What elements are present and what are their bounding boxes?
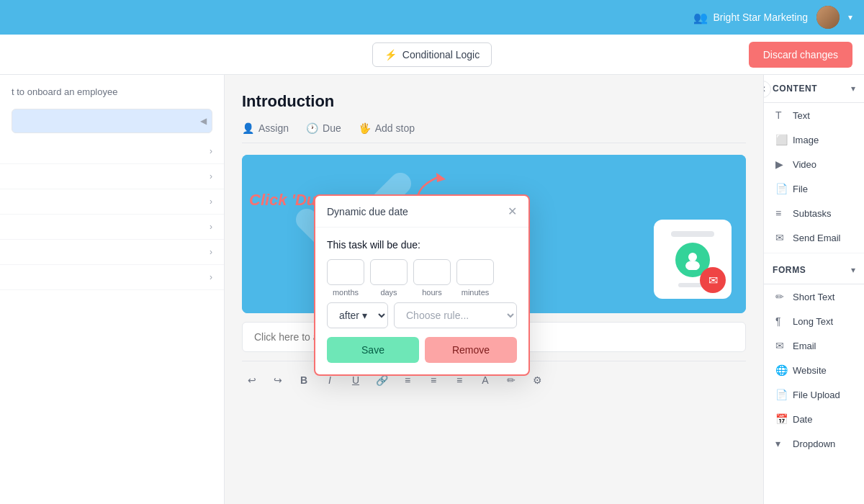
send-email-label: Send Email xyxy=(793,233,840,243)
card-overlay: ✉ xyxy=(654,220,732,299)
sidebar-items: › › › › › › xyxy=(0,139,224,290)
forms-items-list: ✏ Short Text ¶ Long Text ✉ Email 🌐 Websi… xyxy=(764,284,864,456)
time-inputs: months days hours minutes xyxy=(327,259,517,297)
panel-item-image[interactable]: ⬜ Image xyxy=(767,127,861,152)
content-chevron-icon[interactable]: ▾ xyxy=(851,84,855,94)
panel-divider xyxy=(764,253,864,253)
panel-item-email[interactable]: ✉ Email xyxy=(767,333,861,358)
redo-icon[interactable]: ↪ xyxy=(268,370,288,390)
sidebar-collapse-button[interactable]: ◀ xyxy=(200,116,207,126)
modal-close-button[interactable]: ✕ xyxy=(508,204,517,218)
days-input[interactable] xyxy=(370,259,408,285)
panel-item-video[interactable]: ▶ Video xyxy=(767,152,861,176)
panel-item-file[interactable]: 📄 File xyxy=(767,176,861,201)
undo-icon[interactable]: ↩ xyxy=(242,370,262,390)
left-sidebar: t to onboard an employee ◀ › › › › › › xyxy=(0,75,225,504)
page-title: Introduction xyxy=(242,92,746,111)
svg-point-1 xyxy=(685,261,700,270)
rule-row: after ▾ Choose rule... xyxy=(327,302,517,328)
panel-item-send-email[interactable]: ✉ Send Email xyxy=(767,225,861,250)
after-select[interactable]: after ▾ xyxy=(327,302,388,328)
panel-item-file-upload[interactable]: 📄 File Upload xyxy=(767,382,861,407)
minutes-label: minutes xyxy=(462,288,490,297)
nav-chevron-icon[interactable]: ▾ xyxy=(848,12,852,22)
panel-item-dropdown[interactable]: ▾ Dropdown xyxy=(767,431,861,456)
email-label: Email xyxy=(793,341,816,351)
assign-action[interactable]: 👤 Assign xyxy=(242,122,289,134)
add-stop-action[interactable]: 🖐 Add stop xyxy=(359,122,415,134)
assign-label: Assign xyxy=(258,122,289,134)
video-label: Video xyxy=(793,159,816,170)
image-section: ✉ Click 'Due' Dynamic due date ✕ This ta… xyxy=(242,155,746,313)
content-section-title: CONTENT xyxy=(773,84,817,94)
org-name[interactable]: 👥 Bright Star Marketing xyxy=(693,11,809,24)
modal-task-label: This task will be due: xyxy=(327,239,517,251)
avatar[interactable] xyxy=(816,6,840,29)
file-upload-label: File Upload xyxy=(793,390,840,400)
right-panel-header-wrap: ✕ CONTENT ▾ xyxy=(764,75,864,103)
settings-icon[interactable]: ⚙ xyxy=(527,370,547,390)
add-stop-icon: 🖐 xyxy=(359,122,371,134)
bold-icon[interactable]: B xyxy=(294,370,314,390)
content-area: Introduction 👤 Assign 🕐 Due 🖐 Add stop xyxy=(225,75,763,504)
minutes-input[interactable] xyxy=(456,259,494,285)
save-button[interactable]: Save xyxy=(327,337,419,363)
panel-item-date[interactable]: 📅 Date xyxy=(767,407,861,431)
list-item[interactable]: › xyxy=(0,265,224,290)
panel-item-long-text[interactable]: ¶ Long Text xyxy=(767,309,861,333)
main-layout: t to onboard an employee ◀ › › › › › › I… xyxy=(0,75,864,504)
days-input-group: days xyxy=(370,259,408,297)
file-upload-icon: 📄 xyxy=(775,389,787,400)
forms-section-title: FORMS xyxy=(773,265,806,275)
add-stop-label: Add stop xyxy=(375,122,415,134)
conditional-logic-label: Conditional Logic xyxy=(402,49,480,60)
panel-item-subtasks[interactable]: ≡ Subtasks xyxy=(767,201,861,225)
content-items-list: T Text ⬜ Image ▶ Video 📄 File ≡ Subtasks… xyxy=(764,103,864,250)
short-text-label: Short Text xyxy=(793,292,834,302)
chevron-right-icon: › xyxy=(210,247,212,257)
dynamic-due-date-modal: Dynamic due date ✕ This task will be due… xyxy=(314,194,530,376)
chevron-right-icon: › xyxy=(210,272,212,282)
remove-button[interactable]: Remove xyxy=(425,337,517,363)
list-item[interactable]: › xyxy=(0,164,224,189)
date-label: Date xyxy=(793,414,812,425)
months-label: months xyxy=(333,288,359,297)
panel-item-website[interactable]: 🌐 Website xyxy=(767,358,861,382)
video-icon: ▶ xyxy=(775,158,787,170)
modal-header: Dynamic due date ✕ xyxy=(315,196,528,228)
list-item[interactable]: › xyxy=(0,215,224,240)
list-item[interactable]: › xyxy=(0,240,224,265)
top-nav: 👥 Bright Star Marketing ▾ xyxy=(0,0,864,35)
due-action[interactable]: 🕐 Due xyxy=(306,122,341,134)
minutes-input-group: minutes xyxy=(456,259,494,297)
image-label: Image xyxy=(793,135,819,145)
hours-input[interactable] xyxy=(413,259,451,285)
card-line xyxy=(671,231,714,237)
file-label: File xyxy=(793,184,808,194)
image-icon: ⬜ xyxy=(775,134,787,145)
text-icon: T xyxy=(775,109,787,121)
due-icon: 🕐 xyxy=(306,122,318,134)
subtasks-label: Subtasks xyxy=(793,208,831,219)
dropdown-icon: ▾ xyxy=(775,438,787,449)
conditional-logic-icon: ⚡ xyxy=(384,49,397,60)
rule-select[interactable]: Choose rule... xyxy=(394,302,517,328)
list-item[interactable]: › xyxy=(0,139,224,164)
assign-icon: 👤 xyxy=(242,122,254,134)
panel-item-text[interactable]: T Text xyxy=(767,103,861,127)
long-text-label: Long Text xyxy=(793,316,833,327)
discard-changes-button[interactable]: Discard changes xyxy=(749,42,852,68)
hours-label: hours xyxy=(422,288,442,297)
list-item[interactable]: › xyxy=(0,189,224,215)
chevron-right-icon: › xyxy=(210,197,212,207)
sub-nav: ⚡ Conditional Logic Discard changes xyxy=(0,35,864,75)
chevron-right-icon: › xyxy=(210,146,212,156)
forms-section-header: FORMS ▾ xyxy=(764,256,864,284)
months-input[interactable] xyxy=(327,259,364,285)
forms-chevron-icon[interactable]: ▾ xyxy=(851,265,855,275)
panel-item-short-text[interactable]: ✏ Short Text xyxy=(767,284,861,309)
search-input[interactable] xyxy=(12,109,212,133)
dropdown-label: Dropdown xyxy=(793,438,835,449)
date-icon: 📅 xyxy=(775,413,787,425)
conditional-logic-button[interactable]: ⚡ Conditional Logic xyxy=(372,42,492,67)
